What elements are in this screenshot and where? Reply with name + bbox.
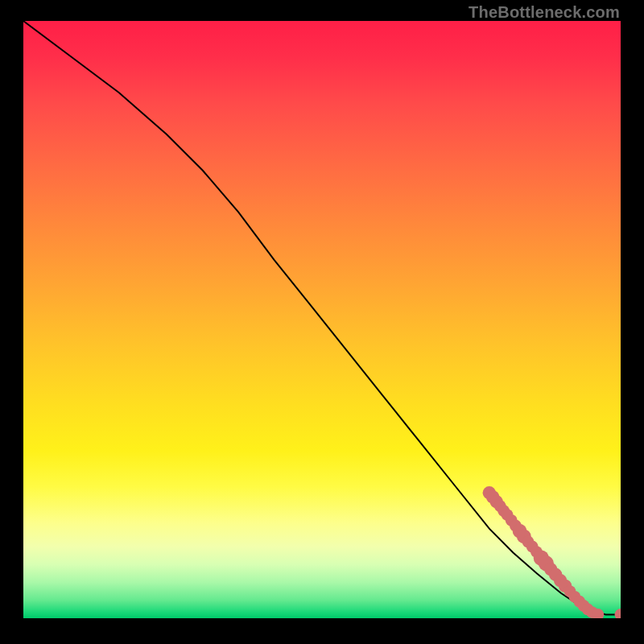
watermark-text: TheBottleneck.com <box>469 3 620 22</box>
plot-area <box>23 21 621 618</box>
bottleneck-curve <box>23 21 621 615</box>
scatter-dot <box>615 609 621 618</box>
scatter-points <box>483 486 621 618</box>
chart-frame: TheBottleneck.com <box>0 0 644 644</box>
chart-overlay <box>23 21 621 618</box>
